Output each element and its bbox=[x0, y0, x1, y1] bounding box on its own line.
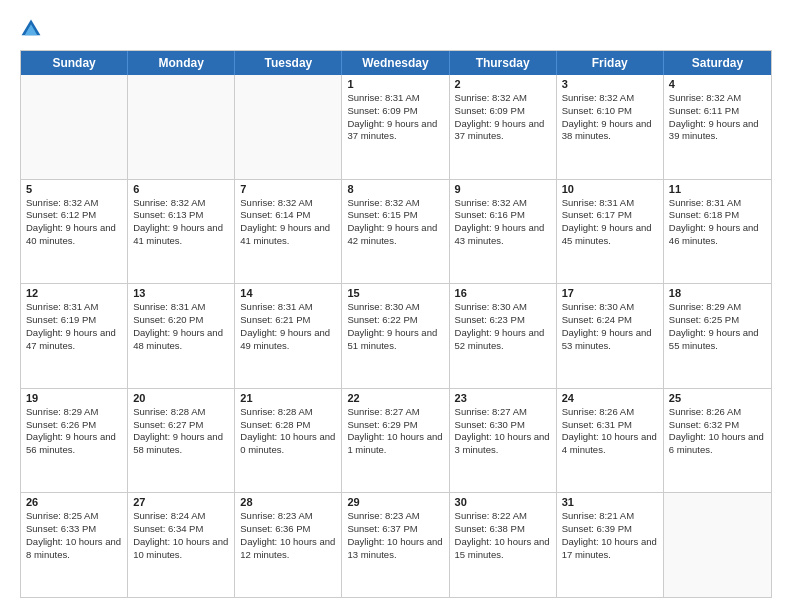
day-cell-26: 26Sunrise: 8:25 AMSunset: 6:33 PMDayligh… bbox=[21, 493, 128, 597]
day-header-saturday: Saturday bbox=[664, 51, 771, 75]
day-cell-21: 21Sunrise: 8:28 AMSunset: 6:28 PMDayligh… bbox=[235, 389, 342, 493]
day-number: 13 bbox=[133, 287, 229, 299]
day-cell-15: 15Sunrise: 8:30 AMSunset: 6:22 PMDayligh… bbox=[342, 284, 449, 388]
day-number: 5 bbox=[26, 183, 122, 195]
day-cell-8: 8Sunrise: 8:32 AMSunset: 6:15 PMDaylight… bbox=[342, 180, 449, 284]
day-cell-1: 1Sunrise: 8:31 AMSunset: 6:09 PMDaylight… bbox=[342, 75, 449, 179]
day-number: 1 bbox=[347, 78, 443, 90]
day-number: 29 bbox=[347, 496, 443, 508]
day-number: 24 bbox=[562, 392, 658, 404]
day-cell-12: 12Sunrise: 8:31 AMSunset: 6:19 PMDayligh… bbox=[21, 284, 128, 388]
day-number: 28 bbox=[240, 496, 336, 508]
day-cell-25: 25Sunrise: 8:26 AMSunset: 6:32 PMDayligh… bbox=[664, 389, 771, 493]
day-header-thursday: Thursday bbox=[450, 51, 557, 75]
day-info: Sunrise: 8:31 AMSunset: 6:19 PMDaylight:… bbox=[26, 301, 122, 352]
day-info: Sunrise: 8:30 AMSunset: 6:22 PMDaylight:… bbox=[347, 301, 443, 352]
day-cell-3: 3Sunrise: 8:32 AMSunset: 6:10 PMDaylight… bbox=[557, 75, 664, 179]
day-number: 4 bbox=[669, 78, 766, 90]
week-row-4: 19Sunrise: 8:29 AMSunset: 6:26 PMDayligh… bbox=[21, 389, 771, 494]
day-cell-10: 10Sunrise: 8:31 AMSunset: 6:17 PMDayligh… bbox=[557, 180, 664, 284]
day-cell-7: 7Sunrise: 8:32 AMSunset: 6:14 PMDaylight… bbox=[235, 180, 342, 284]
day-number: 21 bbox=[240, 392, 336, 404]
day-info: Sunrise: 8:23 AMSunset: 6:36 PMDaylight:… bbox=[240, 510, 336, 561]
day-info: Sunrise: 8:32 AMSunset: 6:10 PMDaylight:… bbox=[562, 92, 658, 143]
day-info: Sunrise: 8:32 AMSunset: 6:11 PMDaylight:… bbox=[669, 92, 766, 143]
day-info: Sunrise: 8:32 AMSunset: 6:16 PMDaylight:… bbox=[455, 197, 551, 248]
day-cell-19: 19Sunrise: 8:29 AMSunset: 6:26 PMDayligh… bbox=[21, 389, 128, 493]
day-info: Sunrise: 8:31 AMSunset: 6:21 PMDaylight:… bbox=[240, 301, 336, 352]
day-cell-27: 27Sunrise: 8:24 AMSunset: 6:34 PMDayligh… bbox=[128, 493, 235, 597]
day-info: Sunrise: 8:32 AMSunset: 6:13 PMDaylight:… bbox=[133, 197, 229, 248]
day-info: Sunrise: 8:32 AMSunset: 6:14 PMDaylight:… bbox=[240, 197, 336, 248]
day-cell-5: 5Sunrise: 8:32 AMSunset: 6:12 PMDaylight… bbox=[21, 180, 128, 284]
day-number: 2 bbox=[455, 78, 551, 90]
day-number: 12 bbox=[26, 287, 122, 299]
day-header-tuesday: Tuesday bbox=[235, 51, 342, 75]
day-info: Sunrise: 8:30 AMSunset: 6:24 PMDaylight:… bbox=[562, 301, 658, 352]
day-header-friday: Friday bbox=[557, 51, 664, 75]
day-cell-18: 18Sunrise: 8:29 AMSunset: 6:25 PMDayligh… bbox=[664, 284, 771, 388]
day-number: 3 bbox=[562, 78, 658, 90]
day-number: 11 bbox=[669, 183, 766, 195]
day-cell-20: 20Sunrise: 8:28 AMSunset: 6:27 PMDayligh… bbox=[128, 389, 235, 493]
day-info: Sunrise: 8:26 AMSunset: 6:31 PMDaylight:… bbox=[562, 406, 658, 457]
day-number: 27 bbox=[133, 496, 229, 508]
calendar-body: 1Sunrise: 8:31 AMSunset: 6:09 PMDaylight… bbox=[21, 75, 771, 597]
day-cell-2: 2Sunrise: 8:32 AMSunset: 6:09 PMDaylight… bbox=[450, 75, 557, 179]
day-number: 26 bbox=[26, 496, 122, 508]
day-number: 15 bbox=[347, 287, 443, 299]
week-row-5: 26Sunrise: 8:25 AMSunset: 6:33 PMDayligh… bbox=[21, 493, 771, 597]
day-headers: SundayMondayTuesdayWednesdayThursdayFrid… bbox=[21, 51, 771, 75]
day-number: 30 bbox=[455, 496, 551, 508]
day-cell-30: 30Sunrise: 8:22 AMSunset: 6:38 PMDayligh… bbox=[450, 493, 557, 597]
calendar: SundayMondayTuesdayWednesdayThursdayFrid… bbox=[20, 50, 772, 598]
day-info: Sunrise: 8:31 AMSunset: 6:20 PMDaylight:… bbox=[133, 301, 229, 352]
day-number: 6 bbox=[133, 183, 229, 195]
day-info: Sunrise: 8:23 AMSunset: 6:37 PMDaylight:… bbox=[347, 510, 443, 561]
day-cell-empty bbox=[21, 75, 128, 179]
day-number: 10 bbox=[562, 183, 658, 195]
day-number: 17 bbox=[562, 287, 658, 299]
week-row-1: 1Sunrise: 8:31 AMSunset: 6:09 PMDaylight… bbox=[21, 75, 771, 180]
day-cell-16: 16Sunrise: 8:30 AMSunset: 6:23 PMDayligh… bbox=[450, 284, 557, 388]
day-cell-28: 28Sunrise: 8:23 AMSunset: 6:36 PMDayligh… bbox=[235, 493, 342, 597]
logo-icon bbox=[20, 18, 42, 40]
day-info: Sunrise: 8:28 AMSunset: 6:28 PMDaylight:… bbox=[240, 406, 336, 457]
day-info: Sunrise: 8:26 AMSunset: 6:32 PMDaylight:… bbox=[669, 406, 766, 457]
day-cell-4: 4Sunrise: 8:32 AMSunset: 6:11 PMDaylight… bbox=[664, 75, 771, 179]
day-number: 18 bbox=[669, 287, 766, 299]
day-number: 7 bbox=[240, 183, 336, 195]
day-header-wednesday: Wednesday bbox=[342, 51, 449, 75]
day-cell-31: 31Sunrise: 8:21 AMSunset: 6:39 PMDayligh… bbox=[557, 493, 664, 597]
day-cell-9: 9Sunrise: 8:32 AMSunset: 6:16 PMDaylight… bbox=[450, 180, 557, 284]
day-info: Sunrise: 8:32 AMSunset: 6:09 PMDaylight:… bbox=[455, 92, 551, 143]
day-info: Sunrise: 8:21 AMSunset: 6:39 PMDaylight:… bbox=[562, 510, 658, 561]
day-cell-empty bbox=[664, 493, 771, 597]
day-number: 22 bbox=[347, 392, 443, 404]
day-number: 20 bbox=[133, 392, 229, 404]
day-info: Sunrise: 8:31 AMSunset: 6:18 PMDaylight:… bbox=[669, 197, 766, 248]
day-cell-22: 22Sunrise: 8:27 AMSunset: 6:29 PMDayligh… bbox=[342, 389, 449, 493]
day-cell-13: 13Sunrise: 8:31 AMSunset: 6:20 PMDayligh… bbox=[128, 284, 235, 388]
day-cell-23: 23Sunrise: 8:27 AMSunset: 6:30 PMDayligh… bbox=[450, 389, 557, 493]
day-info: Sunrise: 8:32 AMSunset: 6:15 PMDaylight:… bbox=[347, 197, 443, 248]
day-header-monday: Monday bbox=[128, 51, 235, 75]
day-cell-24: 24Sunrise: 8:26 AMSunset: 6:31 PMDayligh… bbox=[557, 389, 664, 493]
day-info: Sunrise: 8:27 AMSunset: 6:29 PMDaylight:… bbox=[347, 406, 443, 457]
day-info: Sunrise: 8:31 AMSunset: 6:17 PMDaylight:… bbox=[562, 197, 658, 248]
week-row-3: 12Sunrise: 8:31 AMSunset: 6:19 PMDayligh… bbox=[21, 284, 771, 389]
day-number: 9 bbox=[455, 183, 551, 195]
day-info: Sunrise: 8:27 AMSunset: 6:30 PMDaylight:… bbox=[455, 406, 551, 457]
day-info: Sunrise: 8:30 AMSunset: 6:23 PMDaylight:… bbox=[455, 301, 551, 352]
day-cell-empty bbox=[235, 75, 342, 179]
day-number: 8 bbox=[347, 183, 443, 195]
day-cell-29: 29Sunrise: 8:23 AMSunset: 6:37 PMDayligh… bbox=[342, 493, 449, 597]
day-cell-6: 6Sunrise: 8:32 AMSunset: 6:13 PMDaylight… bbox=[128, 180, 235, 284]
day-info: Sunrise: 8:29 AMSunset: 6:26 PMDaylight:… bbox=[26, 406, 122, 457]
header bbox=[20, 18, 772, 40]
day-number: 23 bbox=[455, 392, 551, 404]
day-info: Sunrise: 8:25 AMSunset: 6:33 PMDaylight:… bbox=[26, 510, 122, 561]
logo bbox=[20, 18, 46, 40]
day-info: Sunrise: 8:24 AMSunset: 6:34 PMDaylight:… bbox=[133, 510, 229, 561]
week-row-2: 5Sunrise: 8:32 AMSunset: 6:12 PMDaylight… bbox=[21, 180, 771, 285]
